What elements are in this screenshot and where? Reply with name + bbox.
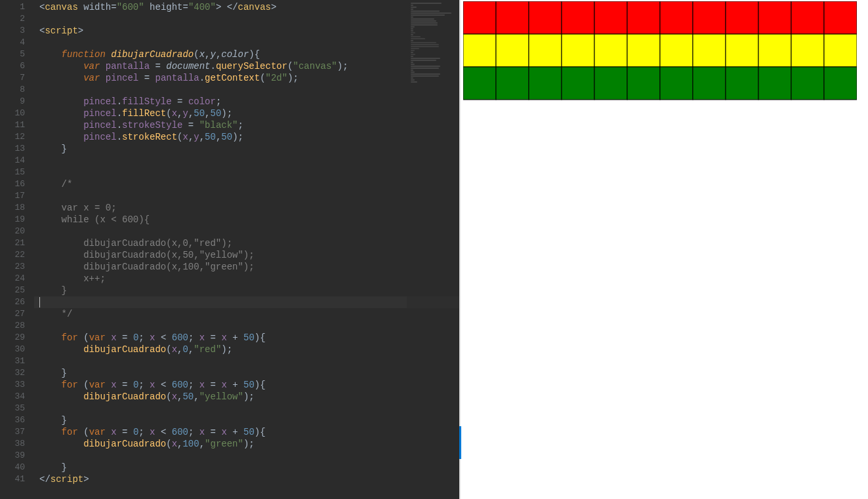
code-line[interactable] [34, 355, 459, 367]
preview-pane [459, 0, 868, 499]
line-number: 9 [0, 96, 25, 108]
line-number: 13 [0, 143, 25, 155]
line-number: 26 [0, 296, 25, 308]
line-number: 29 [0, 332, 25, 344]
line-number: 27 [0, 308, 25, 320]
code-line[interactable] [34, 403, 459, 414]
line-number: 3 [0, 25, 25, 37]
code-line[interactable]: dibujarCuadrado(x,100,"green"); [34, 261, 459, 273]
pane-divider[interactable] [459, 0, 461, 499]
code-editor-pane[interactable]: 1234567891011121314151617181920212223242… [0, 0, 459, 499]
line-number: 39 [0, 450, 25, 462]
code-line[interactable]: var pincel = pantalla.getContext("2d"); [34, 72, 459, 84]
code-line[interactable] [34, 13, 459, 25]
code-line[interactable]: dibujarCuadrado(x,0,"red"); [34, 237, 459, 249]
line-number: 4 [0, 37, 25, 49]
line-number: 6 [0, 60, 25, 72]
code-line[interactable]: x++; [34, 273, 459, 285]
line-number: 40 [0, 462, 25, 473]
code-line[interactable]: } [34, 285, 459, 296]
line-number: 34 [0, 391, 25, 403]
code-line[interactable]: while (x < 600){ [34, 214, 459, 226]
line-number: 5 [0, 49, 25, 60]
line-number: 21 [0, 237, 25, 249]
line-number: 35 [0, 403, 25, 414]
line-number: 19 [0, 214, 25, 226]
line-number: 22 [0, 249, 25, 261]
code-line[interactable]: </script> [34, 473, 459, 485]
line-number: 2 [0, 13, 25, 25]
line-number: 31 [0, 355, 25, 367]
line-number: 23 [0, 261, 25, 273]
line-number: 32 [0, 367, 25, 379]
pane-divider-accent [459, 426, 461, 459]
code-line[interactable]: <script> [34, 25, 459, 37]
code-line[interactable]: var x = 0; [34, 202, 459, 214]
line-number: 12 [0, 131, 25, 143]
code-line[interactable]: } [34, 367, 459, 379]
line-number: 18 [0, 202, 25, 214]
output-canvas [463, 1, 857, 264]
code-line[interactable] [34, 167, 459, 178]
code-line[interactable]: function dibujarCuadrado(x,y,color){ [34, 49, 459, 60]
line-number: 25 [0, 285, 25, 296]
code-line[interactable] [34, 155, 459, 167]
code-area[interactable]: <canvas width="600" height="400"> </canv… [34, 0, 459, 499]
line-number: 16 [0, 178, 25, 190]
line-number-gutter: 1234567891011121314151617181920212223242… [0, 0, 34, 499]
minimap[interactable] [407, 0, 459, 499]
line-number: 30 [0, 344, 25, 355]
code-line[interactable]: pincel.fillStyle = color; [34, 96, 459, 108]
code-line[interactable]: } [34, 143, 459, 155]
code-line[interactable] [34, 84, 459, 96]
code-line[interactable] [34, 226, 459, 237]
code-line[interactable]: pincel.fillRect(x,y,50,50); [34, 108, 459, 119]
line-number: 7 [0, 72, 25, 84]
line-number: 41 [0, 473, 25, 485]
line-number: 1 [0, 1, 25, 13]
line-number: 14 [0, 155, 25, 167]
code-line[interactable] [34, 320, 459, 332]
code-line[interactable]: dibujarCuadrado(x,50,"yellow"); [34, 249, 459, 261]
line-number: 33 [0, 379, 25, 391]
code-line[interactable]: dibujarCuadrado(x,100,"green"); [34, 438, 459, 450]
code-line[interactable]: } [34, 462, 459, 473]
code-line[interactable]: var pantalla = document.querySelector("c… [34, 60, 459, 72]
code-line[interactable]: /* [34, 178, 459, 190]
code-line[interactable]: } [34, 414, 459, 426]
code-line[interactable] [34, 450, 459, 462]
code-line[interactable]: <canvas width="600" height="400"> </canv… [34, 1, 459, 13]
line-number: 24 [0, 273, 25, 285]
line-number: 17 [0, 190, 25, 202]
code-line[interactable] [34, 296, 459, 308]
code-line[interactable]: dibujarCuadrado(x,0,"red"); [34, 344, 459, 355]
code-line[interactable]: pincel.strokeStyle = "black"; [34, 119, 459, 131]
code-line[interactable] [34, 37, 459, 49]
line-number: 36 [0, 414, 25, 426]
line-number: 15 [0, 167, 25, 178]
code-line[interactable]: pincel.strokeRect(x,y,50,50); [34, 131, 459, 143]
line-number: 8 [0, 84, 25, 96]
line-number: 10 [0, 108, 25, 119]
code-line[interactable]: */ [34, 308, 459, 320]
code-line[interactable]: dibujarCuadrado(x,50,"yellow"); [34, 391, 459, 403]
line-number: 11 [0, 119, 25, 131]
line-number: 37 [0, 426, 25, 438]
code-line[interactable]: for (var x = 0; x < 600; x = x + 50){ [34, 379, 459, 391]
line-number: 38 [0, 438, 25, 450]
line-number: 28 [0, 320, 25, 332]
code-line[interactable]: for (var x = 0; x < 600; x = x + 50){ [34, 426, 459, 438]
code-line[interactable] [34, 190, 459, 202]
line-number: 20 [0, 226, 25, 237]
code-line[interactable]: for (var x = 0; x < 600; x = x + 50){ [34, 332, 459, 344]
